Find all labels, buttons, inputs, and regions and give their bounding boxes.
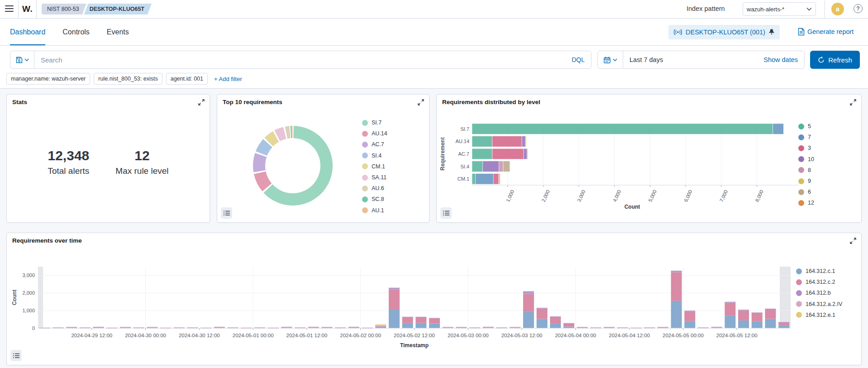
time-bar-segment[interactable] [389,288,400,290]
time-bar-segment[interactable] [778,322,789,323]
bar-segment-level-3[interactable] [492,148,524,159]
time-bar-segment[interactable] [160,328,171,328]
show-dates-button[interactable]: Show dates [763,56,804,63]
time-bar-segment[interactable] [415,323,426,328]
legend-item[interactable]: 6 [798,186,814,197]
legend-item[interactable]: 164.312.e.1 [796,310,842,320]
time-bar-segment[interactable] [429,324,440,328]
time-bar-segment[interactable] [765,309,776,309]
time-bar-segment[interactable] [765,319,776,328]
time-bar-segment[interactable] [214,327,225,328]
time-bar-segment[interactable] [698,327,709,328]
bar-segment-level-9[interactable] [499,173,500,184]
menu-icon[interactable] [5,5,14,12]
legend-item[interactable]: SC.8 [362,194,387,205]
time-bar-segment[interactable] [443,327,453,328]
legend-item[interactable]: 164.312.c.2 [796,277,842,287]
legend-item[interactable]: 164.312.c.1 [796,266,842,277]
legend-item[interactable]: AU.1 [362,205,387,216]
donut-slice-AC.7[interactable] [253,153,267,172]
requirements-over-time-chart[interactable]: 01,0002,0003,0002024-04-29 12:002024-04-… [7,233,861,365]
tab-controls[interactable]: Controls [62,19,90,45]
time-range-value[interactable]: Last 7 days [623,56,763,63]
time-bar-segment[interactable] [604,327,615,328]
legend-item[interactable]: 164.312.a.2.IV [796,299,842,310]
time-bar-segment[interactable] [684,311,695,311]
time-bar-segment[interactable] [402,317,413,317]
time-bar-segment[interactable] [362,328,373,328]
time-bar-segment[interactable] [375,326,386,326]
bar-segment-level-8[interactable] [499,161,503,172]
time-bar-segment[interactable] [550,323,561,328]
time-bar-segment[interactable] [563,327,574,328]
time-bar-segment[interactable] [778,322,789,325]
time-bar-segment[interactable] [348,327,359,328]
bar-segment-level-7[interactable] [476,173,493,184]
generate-report-button[interactable]: Generate report [798,28,854,36]
time-bar-segment[interactable] [483,327,494,328]
time-bar-segment[interactable] [348,327,359,327]
bar-segment-level-6[interactable] [503,161,510,172]
time-bar-segment[interactable] [658,327,668,328]
bar-segment-level-10[interactable] [483,161,499,172]
time-bar-segment[interactable] [550,317,561,323]
time-bar-segment[interactable] [671,271,682,272]
time-bar-segment[interactable] [617,327,628,328]
time-bar-segment[interactable] [254,327,265,328]
time-bar-segment[interactable] [711,327,722,328]
time-bar-segment[interactable] [389,290,400,310]
time-bar-segment[interactable] [174,327,185,328]
time-bar-segment[interactable] [106,328,117,328]
date-quick-select-button[interactable] [598,51,623,68]
time-bar-segment[interactable] [228,327,238,328]
time-bar-segment[interactable] [375,325,386,326]
time-bar-segment[interactable] [550,316,561,317]
time-bar-segment[interactable] [281,327,292,327]
time-bar-segment[interactable] [66,327,77,327]
legend-item[interactable]: 7 [798,132,814,143]
time-bar-segment[interactable] [738,320,749,328]
time-bar-segment[interactable] [281,327,292,328]
time-bar-segment[interactable] [120,327,131,327]
tab-events[interactable]: Events [107,19,129,45]
time-bar-segment[interactable] [752,313,763,321]
time-bar-segment[interactable] [577,327,588,328]
time-bar-segment[interactable] [187,327,198,328]
time-bar-segment[interactable] [778,325,789,328]
legend-item[interactable]: AU.14 [362,128,387,139]
tab-dashboard[interactable]: Dashboard [10,19,45,45]
time-bar-segment[interactable] [241,328,252,328]
time-bar-segment[interactable] [335,327,346,328]
time-bar-segment[interactable] [214,327,225,327]
time-bar-segment[interactable] [684,321,695,328]
time-bar-segment[interactable] [523,294,534,312]
legend-item[interactable]: 164.312.b [796,287,842,298]
saved-queries-button[interactable] [10,51,34,68]
time-bar-segment[interactable] [671,272,682,301]
time-bar-segment[interactable] [684,311,695,321]
time-bar-segment[interactable] [429,318,440,324]
refresh-button[interactable]: Refresh [810,51,860,69]
time-bar-segment[interactable] [711,327,722,327]
time-bar-segment[interactable] [402,323,413,328]
legend-item[interactable]: 5 [798,121,814,132]
legend-toggle-button[interactable] [440,207,452,219]
bar-segment-level-5[interactable] [472,161,483,172]
time-bar-segment[interactable] [537,308,548,309]
legend-item[interactable]: 3 [798,143,814,153]
time-bar-segment[interactable] [443,327,453,327]
time-bar-segment[interactable] [93,327,104,328]
time-bar-segment[interactable] [308,327,319,328]
donut-slice-AU.1[interactable] [292,126,293,138]
time-bar-segment[interactable] [80,327,91,328]
time-bar-segment[interactable] [765,309,776,319]
time-bar-segment[interactable] [671,301,682,328]
pin-icon[interactable] [769,29,774,35]
time-bar-segment[interactable] [295,327,305,328]
index-pattern-select[interactable]: wazuh-alerts-* [743,2,816,16]
time-bar-segment[interactable] [563,323,574,324]
time-bar-segment[interactable] [630,328,641,328]
bar-segment-level-5[interactable] [472,124,773,134]
time-bar-segment[interactable] [39,328,50,328]
time-bar-segment[interactable] [604,327,615,327]
